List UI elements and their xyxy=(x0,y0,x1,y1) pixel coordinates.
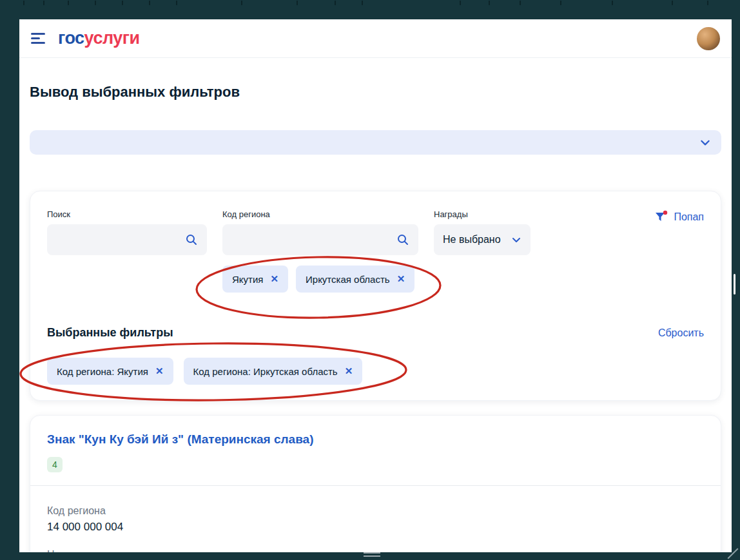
tab-strip-tick xyxy=(560,1,561,5)
gosuslugi-logo[interactable]: госуслуги xyxy=(58,28,140,48)
awards-select-value: Не выбрано xyxy=(443,234,501,246)
chip-label: Код региона: Иркутская область xyxy=(193,366,338,377)
logo-part-red: услуги xyxy=(84,28,140,48)
tab-strip-tick xyxy=(612,1,613,5)
tab-strip-tick xyxy=(149,1,150,5)
region-chip[interactable]: Якутия ✕ xyxy=(222,266,288,293)
avatar[interactable] xyxy=(697,27,720,50)
tab-strip-tick xyxy=(241,1,242,5)
awards-field-label: Награды xyxy=(434,209,531,219)
region-code-input-box[interactable] xyxy=(222,224,418,255)
chevron-down-icon xyxy=(511,235,521,245)
window-bottom-handle[interactable] xyxy=(364,552,380,559)
selected-filter-chip[interactable]: Код региона: Иркутская область ✕ xyxy=(184,358,363,385)
region-code-result-value: 14 000 000 004 xyxy=(47,521,704,534)
chip-label: Иркутская область xyxy=(306,274,390,285)
close-icon[interactable]: ✕ xyxy=(345,365,353,377)
selected-chips-row: Код региона: Якутия ✕ Код региона: Иркут… xyxy=(47,358,704,385)
filter-funnel-icon xyxy=(654,210,668,224)
tab-strip-tick xyxy=(122,1,123,5)
filters-card: Поиск Код региона xyxy=(30,191,721,401)
selected-filters-header: Выбранные фильтры Сбросить xyxy=(47,326,704,340)
tab-strip xyxy=(0,0,740,6)
tab-strip-tick xyxy=(68,1,69,5)
region-code-field-label: Код региона xyxy=(222,209,418,219)
selected-filters-title: Выбранные фильтры xyxy=(47,326,173,340)
search-input-box[interactable] xyxy=(47,224,207,255)
tab-strip-tick xyxy=(43,1,44,5)
search-icon[interactable] xyxy=(185,233,198,246)
close-icon[interactable]: ✕ xyxy=(270,273,278,285)
region-code-field-group: Код региона xyxy=(222,209,418,255)
tab-strip-tick xyxy=(489,1,490,5)
close-icon[interactable]: ✕ xyxy=(397,273,405,285)
region-chip[interactable]: Иркутская область ✕ xyxy=(296,266,414,293)
filter-fields-row: Поиск Код региона xyxy=(47,209,704,255)
result-card-title[interactable]: Знак "Кун Ку бэй Ий з" (Материнская слав… xyxy=(47,432,704,447)
region-code-result-label: Код региона xyxy=(47,505,704,517)
result-card: Знак "Кун Ку бэй Ий з" (Материнская слав… xyxy=(30,415,721,552)
reset-filters-link[interactable]: Сбросить xyxy=(658,327,704,339)
logo-part-blue: гос xyxy=(58,28,84,48)
tab-strip-tick xyxy=(707,1,708,5)
search-field-label: Поиск xyxy=(47,209,207,219)
page-content: Вывод выбранных фильтров Поиск xyxy=(19,84,732,552)
menu-icon[interactable] xyxy=(31,33,46,44)
selected-filter-chip[interactable]: Код региона: Якутия ✕ xyxy=(47,358,173,385)
region-chips-row: Якутия ✕ Иркутская область ✕ xyxy=(222,266,704,293)
window-side-handle[interactable] xyxy=(730,274,737,294)
awards-select[interactable]: Не выбрано xyxy=(434,224,531,255)
page-title: Вывод выбранных фильтров xyxy=(30,84,721,101)
tab-strip-tick xyxy=(176,1,177,5)
chip-label: Код региона: Якутия xyxy=(57,366,148,377)
popup-link-label: Попап xyxy=(674,211,704,223)
search-field-group: Поиск xyxy=(47,209,207,255)
browser-window: госуслуги Вывод выбранных фильтров Поиск xyxy=(19,19,732,552)
search-input[interactable] xyxy=(56,234,185,246)
tab-strip-tick xyxy=(95,1,96,5)
tab-strip-tick xyxy=(297,1,298,5)
tab-strip-tick xyxy=(460,1,461,5)
chevron-down-icon[interactable] xyxy=(699,137,711,148)
tab-strip-tick xyxy=(520,1,521,5)
region-code-input[interactable] xyxy=(231,234,396,246)
collapsed-accordion[interactable] xyxy=(30,130,721,155)
search-icon[interactable] xyxy=(396,233,409,246)
tab-strip-tick xyxy=(672,1,673,5)
tab-strip-tick xyxy=(23,1,24,5)
app-header: госуслуги xyxy=(19,19,732,58)
desktop: { "header": { "logo_part1": "гос", "logo… xyxy=(0,0,740,560)
close-icon[interactable]: ✕ xyxy=(155,365,164,377)
tab-strip-tick xyxy=(335,1,336,5)
awards-field-group: Награды Не выбрано xyxy=(434,209,531,255)
divider xyxy=(30,485,721,486)
count-badge: 4 xyxy=(47,457,63,472)
tab-strip-tick xyxy=(362,1,363,5)
chip-label: Якутия xyxy=(232,274,263,285)
popup-link[interactable]: Попап xyxy=(654,209,704,224)
